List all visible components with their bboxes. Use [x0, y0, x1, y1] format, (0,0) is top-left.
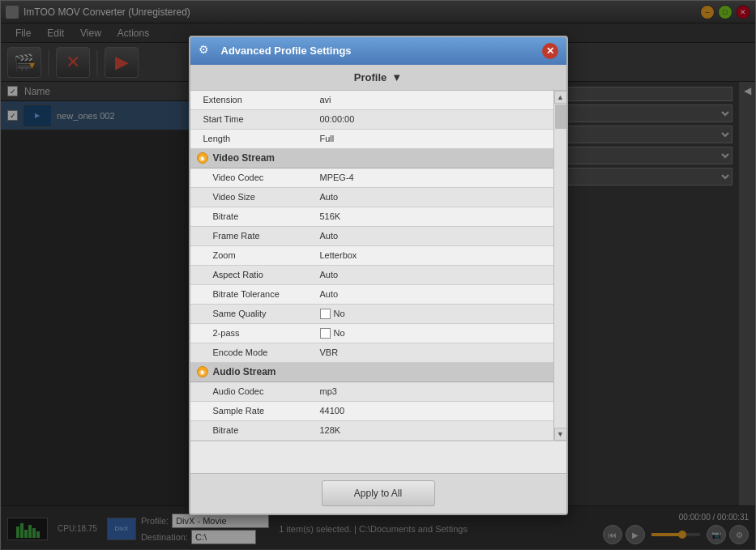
settings-table: Extension avi Start Time 00:00:00 Length… [190, 91, 566, 441]
profile-header[interactable]: Profile ▼ [190, 65, 566, 91]
table-row: Start Time 00:00:00 [190, 110, 553, 130]
main-window: ImTOO MOV Converter (Unregistered) – □ ✕… [0, 0, 756, 550]
row-label-encode-mode: Encode Mode [190, 347, 320, 357]
same-quality-label: No [334, 309, 345, 318]
table-row: Aspect Ratio Auto [190, 266, 553, 285]
row-label-bitrate: Bitrate [190, 211, 320, 221]
row-value-audio-codec: mp3 [320, 386, 553, 396]
row-label-start-time: Start Time [190, 114, 320, 124]
row-value-extension: avi [320, 95, 553, 104]
table-row: Audio Codec mp3 [190, 382, 553, 402]
modal-close-button[interactable]: ✕ [542, 43, 558, 59]
row-label-sample-rate: Sample Rate [190, 406, 320, 416]
row-value-video-codec: MPEG-4 [320, 173, 553, 182]
row-value-audio-bitrate: 128K [320, 425, 553, 435]
table-row: Same Quality No [190, 305, 553, 324]
row-value-sample-rate: 44100 [320, 406, 553, 416]
same-quality-row: No [320, 309, 553, 319]
modal-title: Advanced Profile Settings [221, 45, 542, 57]
row-value-start-time: 00:00:00 [320, 114, 553, 124]
scroll-track[interactable] [554, 104, 566, 428]
row-value-frame-rate: Auto [320, 231, 553, 241]
row-label-zoom: Zoom [190, 250, 320, 260]
modal-footer: Apply to All [190, 473, 566, 514]
modal-empty-area [190, 441, 566, 473]
row-label-aspect-ratio: Aspect Ratio [190, 270, 320, 279]
video-section-icon: ◉ [197, 152, 208, 164]
table-row: Video Codec MPEG-4 [190, 168, 553, 188]
row-label-audio-codec: Audio Codec [190, 386, 320, 396]
same-quality-checkbox[interactable] [320, 309, 331, 319]
2pass-label: No [334, 328, 345, 338]
row-value-zoom: Letterbox [320, 250, 553, 260]
row-label-audio-bitrate: Bitrate [190, 425, 320, 435]
apply-to-all-button[interactable]: Apply to All [322, 480, 435, 506]
row-label-extension: Extension [190, 95, 320, 104]
audio-stream-header: ◉ Audio Stream [190, 363, 553, 382]
audio-section-title: Audio Stream [213, 366, 276, 377]
row-label-length: Length [190, 134, 320, 143]
video-stream-header: ◉ Video Stream [190, 149, 553, 168]
row-label-video-codec: Video Codec [190, 173, 320, 182]
modal-title-bar: ⚙ Advanced Profile Settings ✕ [190, 37, 566, 65]
modal-dialog: ⚙ Advanced Profile Settings ✕ Profile ▼ … [189, 36, 568, 515]
2pass-row: No [320, 328, 553, 339]
table-row: Video Size Auto [190, 188, 553, 207]
row-value-2pass: No [320, 328, 553, 339]
table-row: Bitrate Tolerance Auto [190, 285, 553, 305]
row-value-video-size: Auto [320, 192, 553, 202]
row-label-2pass: 2-pass [190, 328, 320, 338]
row-value-bitrate: 516K [320, 211, 553, 221]
table-row: 2-pass No [190, 324, 553, 343]
scroll-down-arrow[interactable]: ▼ [554, 428, 566, 441]
scroll-up-arrow[interactable]: ▲ [554, 91, 566, 104]
table-row: Zoom Letterbox [190, 246, 553, 266]
video-section-title: Video Stream [213, 152, 275, 164]
2pass-checkbox[interactable] [320, 328, 331, 339]
settings-rows: Extension avi Start Time 00:00:00 Length… [190, 91, 553, 441]
row-label-video-size: Video Size [190, 192, 320, 202]
table-row: Length Full [190, 130, 553, 149]
row-value-same-quality: No [320, 309, 553, 319]
row-value-bitrate-tolerance: Auto [320, 289, 553, 299]
row-label-frame-rate: Frame Rate [190, 231, 320, 241]
row-label-bitrate-tolerance: Bitrate Tolerance [190, 289, 320, 299]
table-row: Extension avi [190, 91, 553, 110]
table-row: Bitrate 516K [190, 207, 553, 227]
table-row: Frame Rate Auto [190, 227, 553, 246]
table-row: Sample Rate 44100 [190, 402, 553, 421]
table-row: Encode Mode VBR [190, 343, 553, 363]
profile-dropdown-icon: ▼ [391, 71, 402, 83]
row-value-aspect-ratio: Auto [320, 270, 553, 279]
row-label-same-quality: Same Quality [190, 309, 320, 318]
scroll-thumb[interactable] [555, 104, 566, 129]
modal-overlay: ⚙ Advanced Profile Settings ✕ Profile ▼ … [1, 1, 755, 549]
row-value-encode-mode: VBR [320, 347, 553, 357]
row-value-length: Full [320, 134, 553, 143]
table-row: Bitrate 128K [190, 421, 553, 441]
audio-section-icon: ◉ [197, 366, 208, 377]
modal-icon: ⚙ [199, 43, 215, 59]
profile-header-label: Profile [354, 71, 387, 83]
scrollbar[interactable]: ▲ ▼ [553, 91, 566, 441]
